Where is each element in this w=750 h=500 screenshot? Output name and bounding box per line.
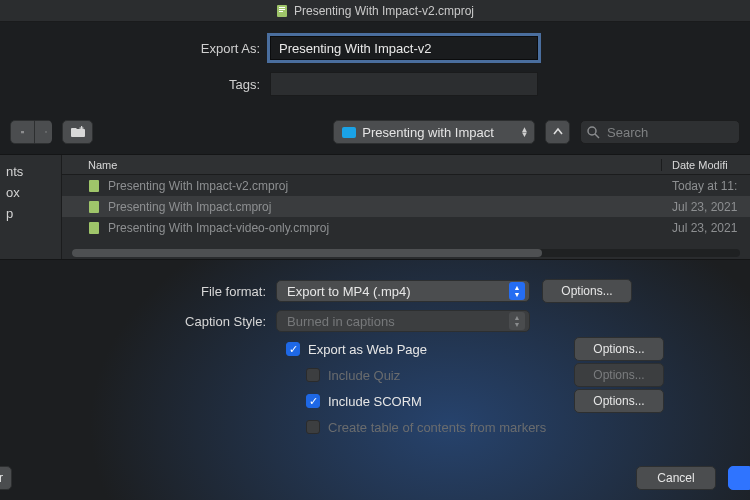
export-dialog: Presenting With Impact-v2.cmproj Export … <box>0 0 750 500</box>
column-name-header[interactable]: Name <box>62 159 662 171</box>
up-one-level-button[interactable] <box>545 120 570 144</box>
list-view-icon[interactable] <box>10 120 34 144</box>
document-icon <box>276 4 288 18</box>
export-as-label: Export As: <box>0 41 270 56</box>
truncated-left-button[interactable]: r <box>0 466 12 490</box>
updown-arrows-icon: ▲▼ <box>509 282 525 300</box>
sidebar: nts ox p <box>0 155 62 259</box>
tags-input[interactable] <box>270 72 538 96</box>
folder-plus-icon <box>70 126 86 138</box>
include-scorm-label: Include SCORM <box>328 394 422 409</box>
toolbar: Presenting with Impact ▲▼ <box>0 114 750 154</box>
svg-rect-1 <box>279 7 285 8</box>
search-icon <box>586 125 600 139</box>
svg-rect-3 <box>279 11 283 12</box>
folder-popup[interactable]: Presenting with Impact ▲▼ <box>333 120 535 144</box>
svg-rect-11 <box>89 180 99 192</box>
svg-line-10 <box>595 134 599 138</box>
file-name: Presenting With Impact-v2.cmproj <box>108 179 288 193</box>
include-quiz-checkbox <box>306 368 320 382</box>
file-list: Name Date Modifi Presenting With Impact-… <box>62 155 750 259</box>
file-row[interactable]: Presenting With Impact-video-only.cmproj… <box>62 217 750 238</box>
caption-style-value: Burned in captions <box>287 314 395 329</box>
file-name: Presenting With Impact-video-only.cmproj <box>108 221 329 235</box>
scrollbar-thumb[interactable] <box>72 249 542 257</box>
updown-arrows-icon: ▲▼ <box>509 312 525 330</box>
view-switch[interactable] <box>10 120 52 144</box>
sidebar-item[interactable]: nts <box>0 161 61 182</box>
sidebar-item[interactable]: p <box>0 203 61 224</box>
window-title: Presenting With Impact-v2.cmproj <box>294 4 474 18</box>
file-format-value: Export to MP4 (.mp4) <box>287 284 411 299</box>
file-format-select[interactable]: Export to MP4 (.mp4) ▲▼ <box>276 280 530 302</box>
chevron-down-icon[interactable] <box>34 120 52 144</box>
include-scorm-checkbox[interactable] <box>306 394 320 408</box>
titlebar: Presenting With Impact-v2.cmproj <box>0 0 750 22</box>
new-folder-button[interactable] <box>62 120 94 144</box>
search-input[interactable] <box>580 120 740 144</box>
chevron-up-icon <box>553 127 563 137</box>
document-icon <box>88 179 100 193</box>
updown-arrows-icon: ▲▼ <box>520 127 528 137</box>
toc-from-markers-label: Create table of contents from markers <box>328 420 546 435</box>
column-date-header[interactable]: Date Modifi <box>662 159 750 171</box>
svg-rect-13 <box>89 222 99 234</box>
svg-rect-8 <box>79 128 83 129</box>
dialog-button-bar: Cancel <box>636 466 734 490</box>
file-row[interactable]: Presenting With Impact.cmproj Jul 23, 20… <box>62 196 750 217</box>
file-date: Jul 23, 2021 <box>662 221 750 235</box>
form-area: Export As: Tags: <box>0 22 750 114</box>
horizontal-scrollbar[interactable] <box>72 249 740 257</box>
sidebar-item[interactable]: ox <box>0 182 61 203</box>
file-format-label: File format: <box>0 284 276 299</box>
caption-style-label: Caption Style: <box>0 314 276 329</box>
tags-label: Tags: <box>0 77 270 92</box>
svg-rect-2 <box>279 9 285 10</box>
caption-style-select: Burned in captions ▲▼ <box>276 310 530 332</box>
document-icon <box>88 200 100 214</box>
folder-name: Presenting with Impact <box>362 125 494 140</box>
file-row[interactable]: Presenting With Impact-v2.cmproj Today a… <box>62 175 750 196</box>
file-date: Today at 11: <box>662 179 750 193</box>
file-format-options-button[interactable]: Options... <box>542 279 632 303</box>
document-icon <box>88 221 100 235</box>
file-name: Presenting With Impact.cmproj <box>108 200 271 214</box>
export-web-page-label: Export as Web Page <box>308 342 427 357</box>
svg-rect-12 <box>89 201 99 213</box>
file-date: Jul 23, 2021 <box>662 200 750 214</box>
svg-point-9 <box>588 127 596 135</box>
export-web-page-checkbox[interactable] <box>286 342 300 356</box>
export-button[interactable] <box>728 466 750 490</box>
file-list-header: Name Date Modifi <box>62 155 750 175</box>
web-page-options-button[interactable]: Options... <box>574 337 664 361</box>
quiz-options-button: Options... <box>574 363 664 387</box>
include-quiz-label: Include Quiz <box>328 368 400 383</box>
export-as-input[interactable] <box>270 36 538 60</box>
folder-icon <box>342 127 356 138</box>
cancel-button[interactable]: Cancel <box>636 466 716 490</box>
export-settings: File format: Export to MP4 (.mp4) ▲▼ Opt… <box>0 260 750 440</box>
file-browser: nts ox p Name Date Modifi Presenting Wit… <box>0 154 750 260</box>
scorm-options-button[interactable]: Options... <box>574 389 664 413</box>
toc-from-markers-checkbox <box>306 420 320 434</box>
